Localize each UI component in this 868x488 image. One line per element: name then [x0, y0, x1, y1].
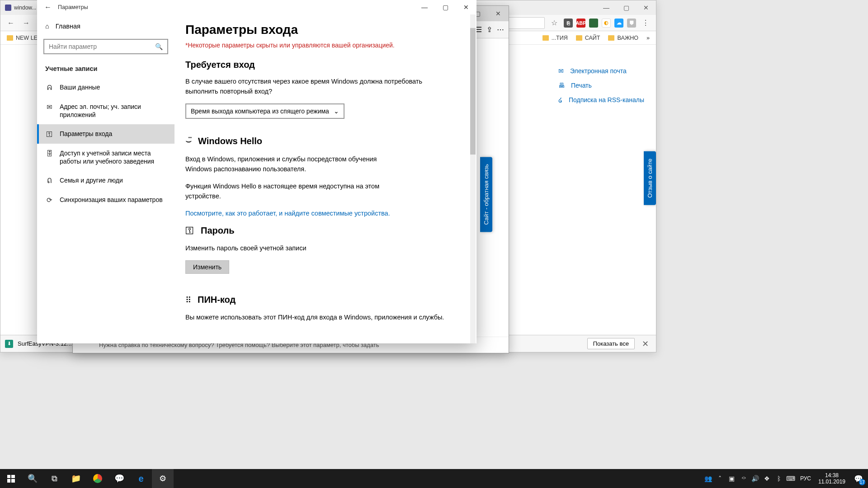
- person-icon: ᕱ: [45, 84, 53, 92]
- settings-titlebar: ← Параметры — ▢ ✕: [37, 0, 476, 14]
- nav-sync[interactable]: ⟳ Синхронизация ваших параметров: [37, 190, 175, 210]
- share-icon[interactable]: ⇪: [486, 25, 492, 34]
- search-button[interactable]: 🔍: [22, 469, 43, 488]
- tray-chevron-icon[interactable]: ˄: [714, 469, 726, 488]
- battery-tray-icon[interactable]: ▣: [726, 469, 738, 488]
- maximize-button[interactable]: ▢: [616, 0, 636, 15]
- signin-required-select[interactable]: Время выхода компьютера из спящего режим…: [185, 103, 344, 119]
- nav-email[interactable]: ✉ Адрес эл. почты; уч. записи приложений: [37, 97, 175, 124]
- search-icon: 🔍: [155, 43, 163, 50]
- close-button[interactable]: ✕: [636, 0, 656, 15]
- window-title: Параметры: [55, 4, 88, 10]
- pin-desc: Вы можете использовать этот ПИН-код для …: [185, 312, 452, 322]
- bookmark-folder[interactable]: ...ТИЯ: [542, 35, 568, 41]
- change-password-button[interactable]: Изменить: [185, 260, 229, 274]
- key-icon: ⚿: [45, 130, 53, 138]
- more-icon[interactable]: ⋯: [497, 25, 504, 34]
- people-tray-icon[interactable]: 👥: [703, 469, 714, 488]
- extension-icon[interactable]: ⛊: [627, 19, 636, 28]
- start-button[interactable]: [0, 469, 22, 488]
- nav-signin-options[interactable]: ⚿ Параметры входа: [37, 124, 175, 144]
- downloads-close-button[interactable]: ✕: [639, 339, 651, 349]
- back-button[interactable]: ←: [41, 3, 55, 11]
- extension-icon[interactable]: ☁: [614, 19, 623, 28]
- star-icon[interactable]: ☆: [548, 17, 560, 29]
- show-all-downloads-button[interactable]: Показать все: [587, 338, 635, 349]
- site-feedback-tab[interactable]: Сайт - обратная связь: [480, 157, 492, 232]
- reading-icon[interactable]: ☰: [476, 25, 482, 34]
- settings-search-input[interactable]: Найти параметр 🔍: [43, 39, 168, 54]
- hello-link[interactable]: Посмотрите, как это работает, и найдите …: [185, 210, 390, 217]
- dropbox-tray-icon[interactable]: ❖: [761, 469, 773, 488]
- password-heading: Пароль: [201, 225, 234, 236]
- settings-window: ← Параметры — ▢ ✕ ⌂ Главная Найти параме…: [37, 0, 476, 343]
- maximize-button[interactable]: ▢: [435, 0, 456, 14]
- hello-icon: ⌣̈: [185, 135, 192, 147]
- signin-required-desc: В случае вашего отсутствия через какое в…: [185, 76, 452, 96]
- rss-link[interactable]: ໒Подписка на RSS-каналы: [558, 93, 644, 107]
- extension-icon[interactable]: ⎘: [564, 19, 573, 28]
- bookmark-folder[interactable]: САЙТ: [576, 35, 600, 41]
- hello-heading: Windows Hello: [198, 136, 262, 146]
- work-icon: 🗄: [45, 150, 53, 158]
- page-title: Параметры входа: [185, 23, 458, 37]
- chat-button[interactable]: 💬: [108, 469, 130, 488]
- file-explorer-button[interactable]: 📁: [65, 469, 87, 488]
- menu-button[interactable]: ⋮: [640, 17, 651, 29]
- nav-category: Учетные записи: [37, 61, 175, 78]
- task-view-button[interactable]: ⧉: [43, 469, 65, 488]
- mail-icon: ✉: [45, 103, 53, 111]
- hello-desc2: Функция Windows Hello в настоящее время …: [185, 181, 380, 201]
- volume-tray-icon[interactable]: 🔊: [750, 469, 761, 488]
- pin-heading: ПИН-код: [198, 295, 236, 305]
- pin-icon: ⠿: [185, 295, 191, 305]
- edge-button[interactable]: e: [130, 469, 152, 488]
- settings-content: Параметры входа *Некоторые параметры скр…: [175, 14, 476, 343]
- org-warning: *Некоторые параметры скрыты или управляю…: [185, 42, 458, 49]
- bt-tray-icon[interactable]: ᛒ: [773, 469, 785, 488]
- action-center-button[interactable]: 💬17: [849, 469, 868, 488]
- family-icon: ᕠ: [45, 177, 53, 185]
- adblock-icon[interactable]: ABP: [576, 19, 585, 28]
- chrome-button[interactable]: [87, 469, 108, 488]
- settings-button[interactable]: ⚙: [152, 469, 174, 488]
- download-file-icon: ⬇: [5, 340, 13, 348]
- wifi-tray-icon[interactable]: ⌔: [738, 469, 750, 488]
- bookmark-folder[interactable]: ВАЖНО: [608, 35, 638, 41]
- password-desc: Изменить пароль своей учетной записи: [185, 243, 452, 253]
- extension-icon[interactable]: ◐: [602, 19, 611, 28]
- taskbar: 🔍 ⧉ 📁 💬 e ⚙ 👥 ˄ ▣ ⌔ 🔊 ❖ ᛒ ⌨ РУС 14:38 11…: [0, 469, 868, 488]
- nav-forward-button[interactable]: →: [20, 17, 32, 29]
- hello-desc1: Вход в Windows, приложения и службы поср…: [185, 154, 380, 174]
- keyboard-tray-icon[interactable]: ⌨: [785, 469, 797, 488]
- sync-icon: ⟳: [45, 196, 53, 204]
- print-link[interactable]: 🖶Печать: [558, 78, 644, 93]
- home-icon: ⌂: [45, 23, 49, 30]
- chevron-down-icon: ⌄: [334, 108, 339, 115]
- nav-back-button[interactable]: ←: [5, 17, 17, 29]
- nav-work-access[interactable]: 🗄 Доступ к учетной записи места работы и…: [37, 144, 175, 171]
- feedback-tab[interactable]: Отзыв о сайте: [644, 151, 656, 205]
- close-button[interactable]: ✕: [456, 0, 476, 14]
- close-button[interactable]: ✕: [488, 6, 509, 21]
- email-link[interactable]: ✉Электронная почта: [558, 64, 644, 78]
- minimize-button[interactable]: —: [596, 0, 616, 15]
- settings-nav: ⌂ Главная Найти параметр 🔍 Учетные запис…: [37, 14, 175, 343]
- key-icon: ⚿: [185, 225, 194, 236]
- extension-icon[interactable]: [589, 19, 598, 28]
- nav-home[interactable]: ⌂ Главная: [37, 18, 175, 34]
- nav-family[interactable]: ᕠ Семья и другие люди: [37, 171, 175, 190]
- nav-your-info[interactable]: ᕱ Ваши данные: [37, 78, 175, 97]
- browser-tab[interactable]: window...: [0, 0, 41, 15]
- signin-required-heading: Требуется вход: [185, 60, 458, 70]
- language-indicator[interactable]: РУС: [797, 475, 815, 482]
- taskbar-clock[interactable]: 14:38 11.01.2019: [815, 472, 849, 485]
- minimize-button[interactable]: —: [414, 0, 435, 14]
- scrollbar[interactable]: [470, 14, 476, 343]
- bookmark-overflow[interactable]: »: [646, 35, 650, 41]
